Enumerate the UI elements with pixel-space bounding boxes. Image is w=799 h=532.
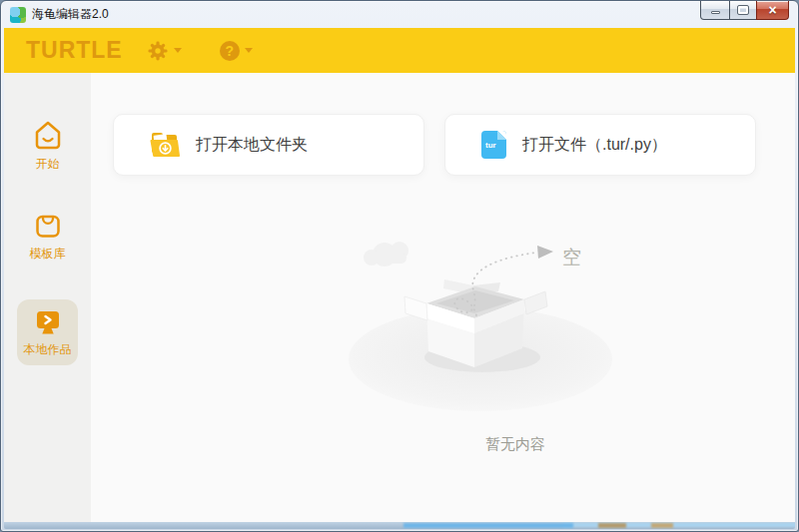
empty-message: 暂无内容 — [341, 435, 640, 454]
minimize-icon — [711, 11, 720, 14]
window-frame-bottom — [4, 522, 795, 529]
sidebar-item-label: 开始 — [36, 156, 60, 173]
main-content: 打开本地文件夹 tur 打开文件（.tur/.py） — [91, 73, 795, 522]
chevron-down-icon — [174, 48, 182, 53]
sidebar-item-label: 模板库 — [30, 246, 66, 263]
folded-corner-icon — [497, 131, 506, 140]
maximize-button[interactable] — [729, 1, 757, 20]
chevron-down-icon — [245, 48, 253, 53]
sidebar-item-templates[interactable]: 模板库 — [4, 209, 91, 263]
cloud-icon — [364, 242, 408, 266]
client-area: TURTLE ? — [4, 28, 795, 522]
monitor-icon — [32, 308, 64, 338]
open-folder-label: 打开本地文件夹 — [196, 135, 308, 156]
gear-icon — [147, 40, 169, 62]
open-file-label: 打开文件（.tur/.py） — [522, 135, 667, 156]
help-icon: ? — [220, 41, 240, 61]
arrow-icon — [537, 246, 553, 259]
sidebar: 开始 模板库 本地作品 — [4, 73, 91, 522]
empty-state: 空 暂无内容 — [341, 228, 640, 454]
open-local-folder-button[interactable]: 打开本地文件夹 — [113, 114, 424, 176]
close-button[interactable]: × — [756, 1, 789, 20]
empty-symbol: 空 — [562, 247, 581, 267]
settings-menu-button[interactable] — [147, 40, 182, 62]
app-header: TURTLE ? — [4, 28, 795, 73]
titlebar[interactable]: 海龟编辑器2.0 × — [1, 1, 798, 28]
maximize-icon — [738, 6, 748, 14]
bag-icon — [31, 209, 65, 243]
sidebar-item-label: 本地作品 — [24, 341, 72, 358]
action-cards: 打开本地文件夹 tur 打开文件（.tur/.py） — [91, 73, 795, 176]
window-controls: × — [701, 1, 789, 20]
sidebar-item-start[interactable]: 开始 — [4, 119, 91, 173]
empty-box-illustration: 空 — [341, 228, 640, 417]
file-badge: tur — [481, 141, 496, 150]
tur-file-icon: tur — [481, 131, 506, 159]
window-title: 海龟编辑器2.0 — [32, 6, 109, 23]
home-icon — [31, 119, 65, 153]
close-icon: × — [768, 3, 776, 17]
folder-download-icon — [150, 131, 180, 159]
brand-logo: TURTLE — [26, 37, 123, 64]
help-menu-button[interactable]: ? — [220, 41, 253, 61]
app-logo-icon — [10, 7, 26, 23]
app-window: 海龟编辑器2.0 × TURTLE — [0, 0, 799, 532]
open-file-button[interactable]: tur 打开文件（.tur/.py） — [444, 114, 756, 176]
sidebar-item-local-works[interactable]: 本地作品 — [17, 299, 78, 365]
minimize-button[interactable] — [700, 1, 730, 20]
body-row: 开始 模板库 本地作品 — [4, 73, 795, 522]
